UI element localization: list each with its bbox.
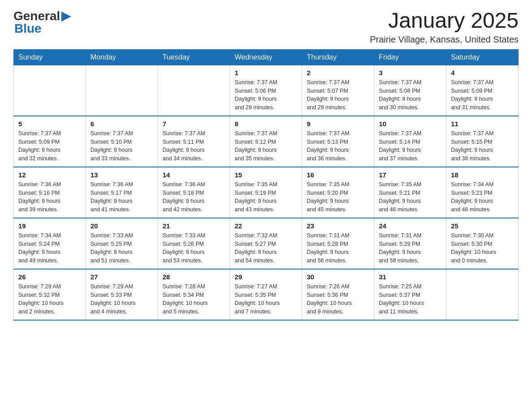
day-info: Sunrise: 7:31 AMSunset: 5:29 PMDaylight:… bbox=[379, 231, 442, 265]
day-info: Sunrise: 7:37 AMSunset: 5:08 PMDaylight:… bbox=[379, 78, 442, 112]
day-number: 13 bbox=[90, 171, 153, 179]
calendar-cell: 7Sunrise: 7:37 AMSunset: 5:11 PMDaylight… bbox=[158, 116, 230, 167]
day-number: 29 bbox=[235, 273, 297, 281]
day-info: Sunrise: 7:30 AMSunset: 5:30 PMDaylight:… bbox=[451, 231, 514, 265]
header-friday: Friday bbox=[374, 49, 446, 65]
day-number: 26 bbox=[18, 273, 81, 281]
day-info: Sunrise: 7:37 AMSunset: 5:10 PMDaylight:… bbox=[90, 129, 153, 163]
logo-blue: Blue bbox=[14, 21, 42, 36]
subtitle: Prairie Village, Kansas, United States bbox=[370, 34, 519, 45]
calendar-cell bbox=[158, 65, 230, 116]
calendar-cell: 14Sunrise: 7:36 AMSunset: 5:18 PMDayligh… bbox=[158, 167, 230, 218]
day-info: Sunrise: 7:35 AMSunset: 5:19 PMDaylight:… bbox=[235, 180, 297, 214]
calendar-cell: 31Sunrise: 7:25 AMSunset: 5:37 PMDayligh… bbox=[374, 269, 446, 320]
day-number: 1 bbox=[235, 69, 297, 77]
day-number: 14 bbox=[163, 171, 225, 179]
day-info: Sunrise: 7:33 AMSunset: 5:25 PMDaylight:… bbox=[90, 231, 153, 265]
day-number: 22 bbox=[235, 222, 297, 230]
day-number: 28 bbox=[163, 273, 225, 281]
calendar-cell: 27Sunrise: 7:29 AMSunset: 5:33 PMDayligh… bbox=[86, 269, 158, 320]
day-number: 16 bbox=[307, 171, 369, 179]
calendar-cell: 16Sunrise: 7:35 AMSunset: 5:20 PMDayligh… bbox=[302, 167, 374, 218]
day-info: Sunrise: 7:27 AMSunset: 5:35 PMDaylight:… bbox=[235, 283, 297, 316]
day-number: 12 bbox=[18, 171, 81, 179]
page-header: General Blue January 2025 Prairie Villag… bbox=[13, 9, 519, 45]
day-info: Sunrise: 7:28 AMSunset: 5:34 PMDaylight:… bbox=[163, 283, 225, 316]
day-number: 19 bbox=[18, 222, 81, 230]
calendar-cell: 6Sunrise: 7:37 AMSunset: 5:10 PMDaylight… bbox=[86, 116, 158, 167]
day-number: 17 bbox=[379, 171, 442, 179]
day-info: Sunrise: 7:35 AMSunset: 5:21 PMDaylight:… bbox=[379, 180, 442, 214]
header-sunday: Sunday bbox=[14, 49, 86, 65]
day-info: Sunrise: 7:29 AMSunset: 5:32 PMDaylight:… bbox=[18, 283, 81, 316]
day-info: Sunrise: 7:37 AMSunset: 5:14 PMDaylight:… bbox=[379, 129, 442, 163]
calendar-cell: 30Sunrise: 7:26 AMSunset: 5:36 PMDayligh… bbox=[302, 269, 374, 320]
header-tuesday: Tuesday bbox=[158, 49, 230, 65]
day-number: 7 bbox=[163, 120, 225, 128]
calendar-cell: 4Sunrise: 7:37 AMSunset: 5:09 PMDaylight… bbox=[446, 65, 519, 116]
calendar-header-row: SundayMondayTuesdayWednesdayThursdayFrid… bbox=[14, 49, 519, 65]
day-info: Sunrise: 7:29 AMSunset: 5:33 PMDaylight:… bbox=[90, 283, 153, 316]
header-monday: Monday bbox=[86, 49, 158, 65]
calendar-cell: 5Sunrise: 7:37 AMSunset: 5:09 PMDaylight… bbox=[14, 116, 86, 167]
day-number: 30 bbox=[307, 273, 369, 281]
calendar-cell: 20Sunrise: 7:33 AMSunset: 5:25 PMDayligh… bbox=[86, 218, 158, 269]
day-number: 31 bbox=[379, 273, 442, 281]
day-info: Sunrise: 7:36 AMSunset: 5:17 PMDaylight:… bbox=[90, 180, 153, 214]
calendar-cell: 26Sunrise: 7:29 AMSunset: 5:32 PMDayligh… bbox=[14, 269, 86, 320]
day-info: Sunrise: 7:37 AMSunset: 5:11 PMDaylight:… bbox=[163, 129, 225, 163]
day-info: Sunrise: 7:31 AMSunset: 5:28 PMDaylight:… bbox=[307, 231, 369, 265]
day-number: 9 bbox=[307, 120, 369, 128]
day-info: Sunrise: 7:25 AMSunset: 5:37 PMDaylight:… bbox=[379, 283, 442, 316]
calendar-cell: 18Sunrise: 7:34 AMSunset: 5:23 PMDayligh… bbox=[446, 167, 519, 218]
header-wednesday: Wednesday bbox=[230, 49, 302, 65]
calendar-cell: 11Sunrise: 7:37 AMSunset: 5:15 PMDayligh… bbox=[446, 116, 519, 167]
day-number: 5 bbox=[18, 120, 81, 128]
calendar-cell: 24Sunrise: 7:31 AMSunset: 5:29 PMDayligh… bbox=[374, 218, 446, 269]
calendar-cell: 1Sunrise: 7:37 AMSunset: 5:06 PMDaylight… bbox=[230, 65, 302, 116]
calendar-cell bbox=[446, 269, 519, 320]
calendar-cell: 10Sunrise: 7:37 AMSunset: 5:14 PMDayligh… bbox=[374, 116, 446, 167]
day-info: Sunrise: 7:37 AMSunset: 5:09 PMDaylight:… bbox=[18, 129, 81, 163]
calendar-cell: 28Sunrise: 7:28 AMSunset: 5:34 PMDayligh… bbox=[158, 269, 230, 320]
calendar-cell: 22Sunrise: 7:32 AMSunset: 5:27 PMDayligh… bbox=[230, 218, 302, 269]
logo: General Blue bbox=[13, 9, 71, 36]
calendar-cell: 13Sunrise: 7:36 AMSunset: 5:17 PMDayligh… bbox=[86, 167, 158, 218]
day-number: 15 bbox=[235, 171, 297, 179]
day-number: 10 bbox=[379, 120, 442, 128]
calendar-table: SundayMondayTuesdayWednesdayThursdayFrid… bbox=[13, 49, 519, 321]
day-info: Sunrise: 7:34 AMSunset: 5:24 PMDaylight:… bbox=[18, 231, 81, 265]
day-number: 4 bbox=[451, 69, 514, 77]
day-info: Sunrise: 7:37 AMSunset: 5:13 PMDaylight:… bbox=[307, 129, 369, 163]
day-info: Sunrise: 7:26 AMSunset: 5:36 PMDaylight:… bbox=[307, 283, 369, 316]
calendar-cell: 21Sunrise: 7:33 AMSunset: 5:26 PMDayligh… bbox=[158, 218, 230, 269]
day-info: Sunrise: 7:37 AMSunset: 5:07 PMDaylight:… bbox=[307, 78, 369, 112]
calendar-cell: 29Sunrise: 7:27 AMSunset: 5:35 PMDayligh… bbox=[230, 269, 302, 320]
calendar-cell: 15Sunrise: 7:35 AMSunset: 5:19 PMDayligh… bbox=[230, 167, 302, 218]
calendar-week-row: 19Sunrise: 7:34 AMSunset: 5:24 PMDayligh… bbox=[14, 218, 519, 269]
day-info: Sunrise: 7:36 AMSunset: 5:16 PMDaylight:… bbox=[18, 180, 81, 214]
header-saturday: Saturday bbox=[446, 49, 519, 65]
day-number: 27 bbox=[90, 273, 153, 281]
title-block: January 2025 Prairie Village, Kansas, Un… bbox=[370, 9, 519, 45]
calendar-cell: 2Sunrise: 7:37 AMSunset: 5:07 PMDaylight… bbox=[302, 65, 374, 116]
day-info: Sunrise: 7:36 AMSunset: 5:18 PMDaylight:… bbox=[163, 180, 225, 214]
svg-marker-0 bbox=[61, 12, 71, 21]
calendar-cell: 3Sunrise: 7:37 AMSunset: 5:08 PMDaylight… bbox=[374, 65, 446, 116]
day-number: 8 bbox=[235, 120, 297, 128]
calendar-cell: 9Sunrise: 7:37 AMSunset: 5:13 PMDaylight… bbox=[302, 116, 374, 167]
header-thursday: Thursday bbox=[302, 49, 374, 65]
day-number: 21 bbox=[163, 222, 225, 230]
day-info: Sunrise: 7:37 AMSunset: 5:09 PMDaylight:… bbox=[451, 78, 514, 112]
day-info: Sunrise: 7:37 AMSunset: 5:15 PMDaylight:… bbox=[451, 129, 514, 163]
day-number: 20 bbox=[90, 222, 153, 230]
calendar-week-row: 5Sunrise: 7:37 AMSunset: 5:09 PMDaylight… bbox=[14, 116, 519, 167]
day-number: 24 bbox=[379, 222, 442, 230]
day-number: 18 bbox=[451, 171, 514, 179]
day-info: Sunrise: 7:33 AMSunset: 5:26 PMDaylight:… bbox=[163, 231, 225, 265]
day-number: 3 bbox=[379, 69, 442, 77]
calendar-cell: 8Sunrise: 7:37 AMSunset: 5:12 PMDaylight… bbox=[230, 116, 302, 167]
main-title: January 2025 bbox=[370, 9, 519, 33]
day-number: 11 bbox=[451, 120, 514, 128]
calendar-cell: 25Sunrise: 7:30 AMSunset: 5:30 PMDayligh… bbox=[446, 218, 519, 269]
